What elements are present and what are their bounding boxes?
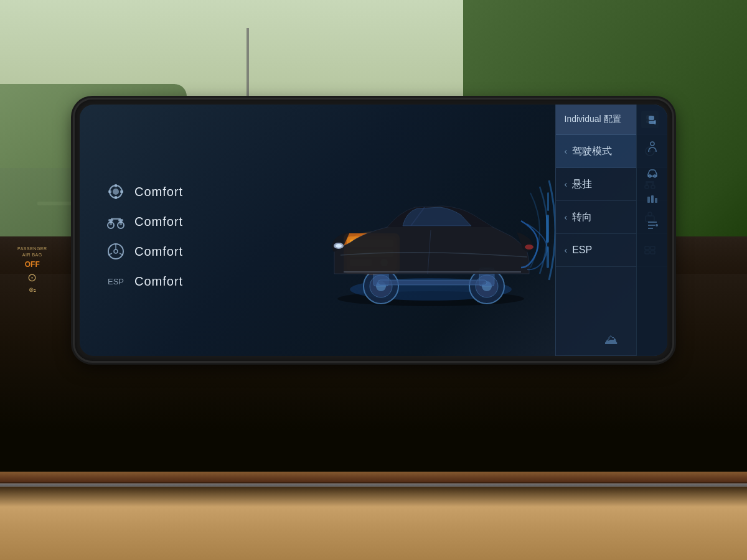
metal-trim (0, 483, 747, 487)
svg-rect-63 (651, 195, 654, 203)
svg-rect-2 (115, 184, 117, 187)
svg-point-38 (336, 244, 342, 248)
svg-point-59 (651, 142, 654, 146)
leather-bottom (0, 482, 747, 560)
suspension-icon (105, 210, 127, 233)
airbag-sub-icon: ⊗₂ (29, 286, 36, 293)
svg-rect-3 (115, 196, 117, 199)
svg-rect-35 (378, 280, 487, 285)
bottom-icon: ⛰ (604, 332, 618, 348)
airbag-symbol-icon: ⊙ (27, 271, 37, 284)
esp-label: ESP (572, 245, 592, 256)
svg-rect-4 (108, 190, 111, 193)
drive-mode-label: 驾驶模式 (572, 145, 612, 158)
esp-prefix-label: ESP (105, 270, 127, 292)
svg-rect-12 (111, 218, 121, 220)
svg-point-65 (655, 224, 658, 226)
esp-arrow-icon: ‹ (565, 245, 568, 255)
setting-row-esp: ESP Comfort (105, 270, 294, 292)
engine-comfort-value: Comfort (134, 185, 183, 199)
side-icon-person[interactable] (641, 136, 664, 158)
steering-icon (105, 240, 127, 263)
svg-rect-64 (655, 198, 657, 203)
side-icon-settings[interactable] (641, 214, 664, 236)
svg-rect-62 (647, 197, 650, 203)
side-icon-gauge[interactable] (641, 188, 664, 210)
airbag-label: PASSENGER AIR BAG (17, 246, 47, 258)
airbag-indicator: PASSENGER AIR BAG OFF ⊙ ⊗₂ (17, 246, 47, 293)
side-icon-column (636, 105, 667, 356)
steering-label: 转向 (572, 211, 592, 224)
svg-point-1 (113, 189, 119, 195)
suspension-label: 悬挂 (572, 178, 592, 191)
settings-panel: Comfort Comfort (80, 105, 306, 356)
menu-panel: Individual 配置 ‹ 驾驶模式 (555, 105, 668, 356)
setting-row-suspension: Comfort (105, 210, 294, 233)
airbag-status: OFF (25, 260, 40, 269)
svg-rect-5 (120, 190, 123, 193)
display-screen: Comfort Comfort (80, 105, 667, 356)
side-icon-seat[interactable] (641, 110, 664, 132)
suspension-comfort-value: Comfort (134, 215, 183, 229)
drive-mode-arrow-icon: ‹ (565, 146, 568, 156)
setting-row-engine: Comfort (105, 180, 294, 203)
setting-row-steering: Comfort (105, 240, 294, 263)
suspension-arrow-icon: ‹ (565, 179, 568, 189)
steering-comfort-value: Comfort (134, 245, 183, 259)
car-visualization (306, 105, 555, 356)
steering-arrow-icon: ‹ (565, 212, 568, 222)
display-bezel: Comfort Comfort (75, 100, 672, 361)
wave-arc-icon (512, 168, 561, 292)
svg-rect-58 (654, 120, 656, 124)
engine-icon (105, 180, 127, 203)
svg-point-14 (114, 250, 118, 253)
menu-header-title: Individual 配置 (565, 114, 621, 125)
side-icon-car[interactable] (641, 162, 664, 184)
esp-comfort-value: Comfort (134, 274, 183, 289)
svg-rect-56 (649, 116, 654, 120)
